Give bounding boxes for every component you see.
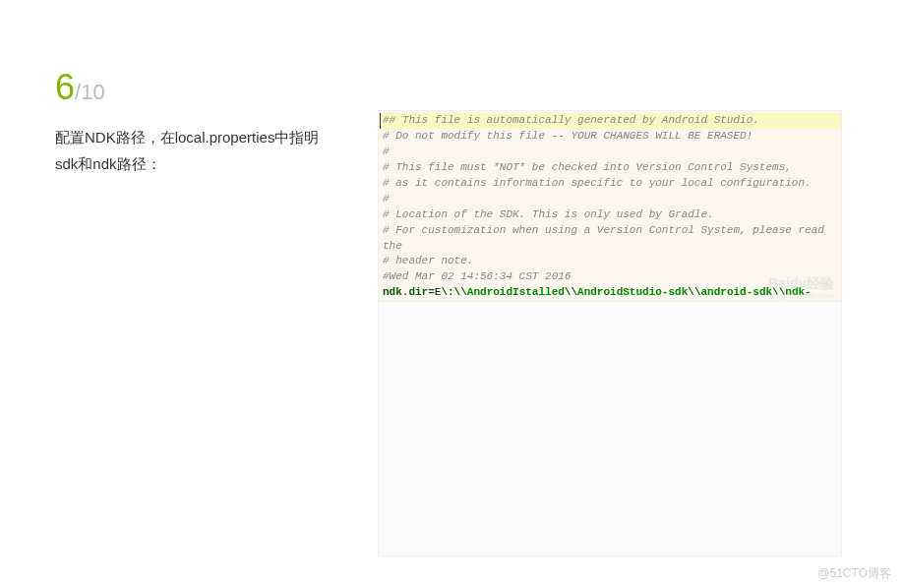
code-line: # as it contains information specific to… — [383, 176, 841, 192]
code-line: # This file must *NOT* be checked into V… — [383, 160, 841, 176]
code-line: # — [383, 192, 841, 207]
watermark-bottom-right: @51CTO博客 — [817, 565, 891, 582]
code-line: # For customization when using a Version… — [383, 223, 841, 255]
watermark-subtext: jingyan.baidu.com — [771, 291, 834, 300]
code-line: # Do not modify this file -- YOUR CHANGE… — [383, 129, 841, 145]
code-line: # Location of the SDK. This is only used… — [383, 207, 841, 223]
step-counter: 6/10 — [55, 67, 105, 108]
step-current: 6 — [55, 67, 75, 107]
code-line: # — [383, 145, 841, 160]
code-line: ## This file is automatically generated … — [383, 114, 759, 126]
step-description: 配置NDK路径，在local.properties中指明sdk和ndk路径： — [55, 124, 331, 177]
step-total: /10 — [75, 80, 105, 104]
blank-panel — [378, 301, 842, 557]
code-line: # header note. — [383, 254, 841, 269]
